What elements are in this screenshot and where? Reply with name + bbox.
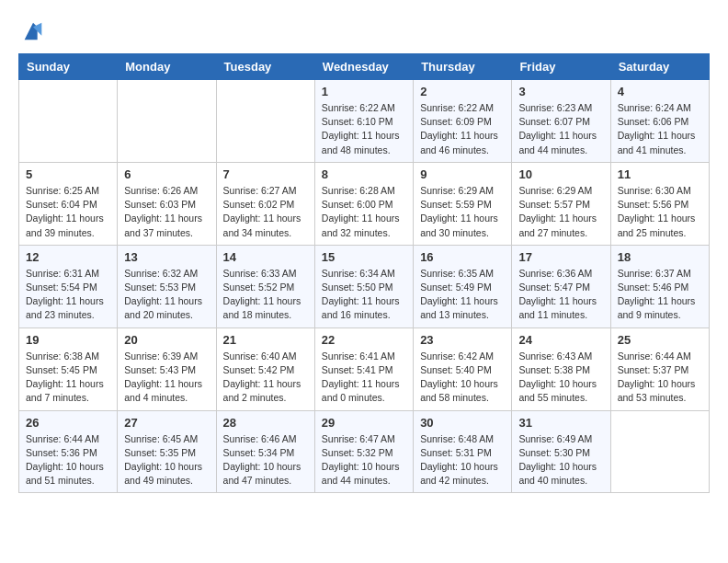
- page-header: [18, 18, 710, 44]
- calendar-table: SundayMondayTuesdayWednesdayThursdayFrid…: [18, 53, 710, 493]
- day-info: Sunrise: 6:39 AM Sunset: 5:43 PM Dayligh…: [124, 350, 209, 406]
- day-number: 5: [26, 167, 110, 181]
- calendar-cell: [216, 80, 314, 163]
- day-number: 31: [518, 416, 603, 430]
- day-info: Sunrise: 6:33 AM Sunset: 5:52 PM Dayligh…: [223, 267, 308, 323]
- day-number: 14: [223, 250, 308, 264]
- day-info: Sunrise: 6:36 AM Sunset: 5:47 PM Dayligh…: [518, 267, 603, 323]
- calendar-cell: 8Sunrise: 6:28 AM Sunset: 6:00 PM Daylig…: [314, 162, 413, 245]
- day-number: 21: [223, 333, 308, 347]
- calendar-cell: 23Sunrise: 6:42 AM Sunset: 5:40 PM Dayli…: [414, 327, 512, 410]
- calendar-cell: 31Sunrise: 6:49 AM Sunset: 5:30 PM Dayli…: [512, 410, 610, 493]
- day-info: Sunrise: 6:27 AM Sunset: 6:02 PM Dayligh…: [223, 184, 308, 240]
- day-info: Sunrise: 6:38 AM Sunset: 5:45 PM Dayligh…: [26, 350, 110, 406]
- day-number: 6: [124, 167, 209, 181]
- day-info: Sunrise: 6:48 AM Sunset: 5:31 PM Dayligh…: [420, 432, 505, 488]
- day-number: 15: [322, 250, 406, 264]
- day-number: 7: [223, 167, 308, 181]
- day-number: 29: [322, 416, 406, 430]
- day-info: Sunrise: 6:35 AM Sunset: 5:49 PM Dayligh…: [420, 267, 505, 323]
- day-info: Sunrise: 6:44 AM Sunset: 5:36 PM Dayligh…: [26, 432, 110, 488]
- calendar-cell: [118, 80, 216, 163]
- day-info: Sunrise: 6:49 AM Sunset: 5:30 PM Dayligh…: [518, 432, 603, 488]
- day-info: Sunrise: 6:42 AM Sunset: 5:40 PM Dayligh…: [420, 350, 505, 406]
- day-info: Sunrise: 6:30 AM Sunset: 5:56 PM Dayligh…: [618, 184, 702, 240]
- day-info: Sunrise: 6:41 AM Sunset: 5:41 PM Dayligh…: [322, 350, 406, 406]
- day-number: 2: [420, 85, 505, 98]
- day-number: 23: [420, 333, 505, 347]
- weekday-header: Tuesday: [216, 54, 314, 80]
- day-info: Sunrise: 6:28 AM Sunset: 6:00 PM Dayligh…: [322, 184, 406, 240]
- day-info: Sunrise: 6:34 AM Sunset: 5:50 PM Dayligh…: [322, 267, 406, 323]
- day-number: 24: [518, 333, 603, 347]
- day-info: Sunrise: 6:29 AM Sunset: 5:59 PM Dayligh…: [420, 184, 505, 240]
- day-info: Sunrise: 6:47 AM Sunset: 5:32 PM Dayligh…: [322, 432, 406, 488]
- weekday-header: Monday: [118, 54, 216, 80]
- calendar-cell: 11Sunrise: 6:30 AM Sunset: 5:56 PM Dayli…: [610, 162, 709, 245]
- calendar-cell: 15Sunrise: 6:34 AM Sunset: 5:50 PM Dayli…: [314, 245, 413, 327]
- logo: [18, 18, 46, 44]
- day-number: 4: [618, 85, 702, 98]
- day-number: 8: [322, 167, 406, 181]
- calendar-cell: 21Sunrise: 6:40 AM Sunset: 5:42 PM Dayli…: [216, 327, 314, 410]
- day-number: 1: [322, 85, 406, 98]
- calendar-cell: 7Sunrise: 6:27 AM Sunset: 6:02 PM Daylig…: [216, 162, 314, 245]
- calendar-cell: 29Sunrise: 6:47 AM Sunset: 5:32 PM Dayli…: [314, 410, 413, 493]
- day-number: 19: [26, 333, 110, 347]
- day-number: 26: [26, 416, 110, 430]
- weekday-header: Sunday: [19, 54, 118, 80]
- day-number: 12: [26, 250, 110, 264]
- calendar-cell: 22Sunrise: 6:41 AM Sunset: 5:41 PM Dayli…: [314, 327, 413, 410]
- calendar-cell: 18Sunrise: 6:37 AM Sunset: 5:46 PM Dayli…: [610, 245, 709, 327]
- day-number: 20: [124, 333, 209, 347]
- day-number: 11: [618, 167, 702, 181]
- calendar-cell: 10Sunrise: 6:29 AM Sunset: 5:57 PM Dayli…: [512, 162, 610, 245]
- day-info: Sunrise: 6:31 AM Sunset: 5:54 PM Dayligh…: [26, 267, 110, 323]
- logo-icon: [20, 18, 46, 44]
- calendar-cell: 19Sunrise: 6:38 AM Sunset: 5:45 PM Dayli…: [19, 327, 118, 410]
- calendar-cell: 20Sunrise: 6:39 AM Sunset: 5:43 PM Dayli…: [118, 327, 216, 410]
- weekday-header: Saturday: [610, 54, 709, 80]
- day-info: Sunrise: 6:22 AM Sunset: 6:10 PM Dayligh…: [322, 101, 406, 157]
- day-info: Sunrise: 6:44 AM Sunset: 5:37 PM Dayligh…: [618, 350, 702, 406]
- calendar-cell: 12Sunrise: 6:31 AM Sunset: 5:54 PM Dayli…: [19, 245, 118, 327]
- day-number: 13: [124, 250, 209, 264]
- calendar-cell: 25Sunrise: 6:44 AM Sunset: 5:37 PM Dayli…: [610, 327, 709, 410]
- day-number: 10: [518, 167, 603, 181]
- day-number: 9: [420, 167, 505, 181]
- calendar-cell: [19, 80, 118, 163]
- day-number: 25: [618, 333, 702, 347]
- day-number: 18: [618, 250, 702, 264]
- day-info: Sunrise: 6:22 AM Sunset: 6:09 PM Dayligh…: [420, 101, 505, 157]
- day-info: Sunrise: 6:45 AM Sunset: 5:35 PM Dayligh…: [124, 432, 209, 488]
- calendar-cell: 17Sunrise: 6:36 AM Sunset: 5:47 PM Dayli…: [512, 245, 610, 327]
- day-info: Sunrise: 6:26 AM Sunset: 6:03 PM Dayligh…: [124, 184, 209, 240]
- day-info: Sunrise: 6:46 AM Sunset: 5:34 PM Dayligh…: [223, 432, 308, 488]
- day-number: 17: [518, 250, 603, 264]
- day-number: 30: [420, 416, 505, 430]
- calendar-cell: 30Sunrise: 6:48 AM Sunset: 5:31 PM Dayli…: [414, 410, 512, 493]
- calendar-cell: 16Sunrise: 6:35 AM Sunset: 5:49 PM Dayli…: [414, 245, 512, 327]
- calendar-cell: 14Sunrise: 6:33 AM Sunset: 5:52 PM Dayli…: [216, 245, 314, 327]
- day-info: Sunrise: 6:29 AM Sunset: 5:57 PM Dayligh…: [518, 184, 603, 240]
- calendar-cell: 13Sunrise: 6:32 AM Sunset: 5:53 PM Dayli…: [118, 245, 216, 327]
- calendar-cell: 9Sunrise: 6:29 AM Sunset: 5:59 PM Daylig…: [414, 162, 512, 245]
- day-info: Sunrise: 6:40 AM Sunset: 5:42 PM Dayligh…: [223, 350, 308, 406]
- day-number: 3: [518, 85, 603, 98]
- calendar-cell: [610, 410, 709, 493]
- day-number: 22: [322, 333, 406, 347]
- calendar-cell: 24Sunrise: 6:43 AM Sunset: 5:38 PM Dayli…: [512, 327, 610, 410]
- calendar-cell: 1Sunrise: 6:22 AM Sunset: 6:10 PM Daylig…: [314, 80, 413, 163]
- calendar-cell: 6Sunrise: 6:26 AM Sunset: 6:03 PM Daylig…: [118, 162, 216, 245]
- calendar-cell: 2Sunrise: 6:22 AM Sunset: 6:09 PM Daylig…: [414, 80, 512, 163]
- day-info: Sunrise: 6:32 AM Sunset: 5:53 PM Dayligh…: [124, 267, 209, 323]
- calendar-cell: 4Sunrise: 6:24 AM Sunset: 6:06 PM Daylig…: [610, 80, 709, 163]
- weekday-header: Friday: [512, 54, 610, 80]
- day-info: Sunrise: 6:37 AM Sunset: 5:46 PM Dayligh…: [618, 267, 702, 323]
- weekday-header: Wednesday: [314, 54, 413, 80]
- day-number: 16: [420, 250, 505, 264]
- day-info: Sunrise: 6:24 AM Sunset: 6:06 PM Dayligh…: [618, 101, 702, 157]
- calendar-cell: 5Sunrise: 6:25 AM Sunset: 6:04 PM Daylig…: [19, 162, 118, 245]
- weekday-header: Thursday: [414, 54, 512, 80]
- day-info: Sunrise: 6:25 AM Sunset: 6:04 PM Dayligh…: [26, 184, 110, 240]
